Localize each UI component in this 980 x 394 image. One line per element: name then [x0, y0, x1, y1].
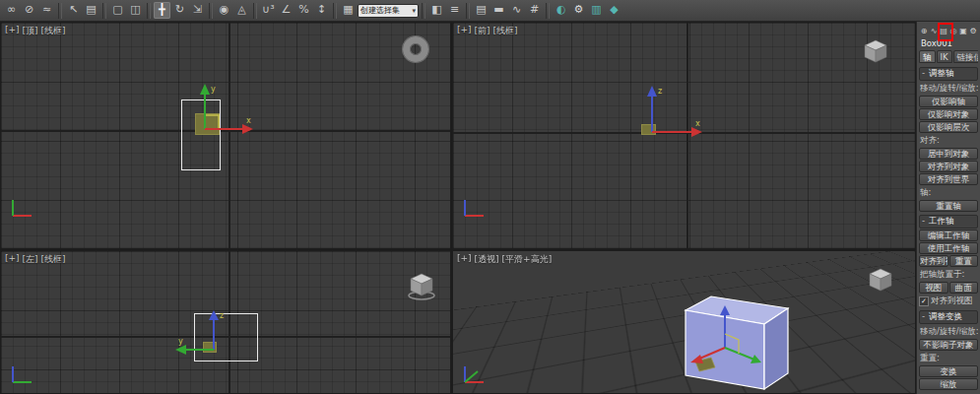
- viewport-name-button[interactable]: [透视]: [475, 253, 499, 266]
- subtab-link-info[interactable]: 链接信息: [953, 50, 978, 63]
- dont-affect-children-button[interactable]: 不影响子对象: [919, 339, 978, 351]
- move-gizmo[interactable]: z y: [170, 308, 259, 360]
- viewport-name-button[interactable]: [前]: [475, 25, 490, 37]
- angle-snap-icon[interactable]: ∠: [278, 2, 294, 19]
- material-editor-icon[interactable]: ◐: [553, 2, 569, 19]
- affect-hierarchy-only-button[interactable]: 仅影响层次: [919, 121, 978, 133]
- tab-utilities-icon[interactable]: ⚙: [968, 26, 978, 37]
- reset-pivot-button[interactable]: 重置轴: [919, 200, 978, 212]
- unlink-selection-icon[interactable]: ⊘: [21, 2, 37, 19]
- hierarchy-subtabs: 轴 IK 链接信息: [919, 50, 978, 64]
- mirror-icon[interactable]: ◧: [428, 2, 445, 19]
- viewport-top[interactable]: [+] [顶] [线框] y x: [0, 22, 451, 249]
- toolbar-separator: [333, 3, 337, 19]
- viewport-label: [+] [左] [线框]: [5, 253, 66, 266]
- viewport-perspective[interactable]: [+] [透视] [平滑+高光]: [452, 250, 916, 394]
- viewport-label: [+] [前] [线框]: [457, 25, 518, 37]
- collapse-icon: -: [922, 311, 929, 322]
- align-icon[interactable]: ≡: [446, 2, 463, 19]
- rollout-adjust-pivot[interactable]: -调整轴: [919, 67, 978, 81]
- align-to-object-button[interactable]: 对齐到对象: [919, 161, 978, 172]
- graphite-modeling-icon[interactable]: ▬: [490, 2, 507, 19]
- align-to-world-button[interactable]: 对齐到世界: [919, 173, 978, 185]
- viewport-shading-button[interactable]: [线框]: [41, 253, 66, 266]
- rectangular-selection-region-icon[interactable]: ▢: [109, 2, 126, 19]
- gizmo-axis-label-z: z: [658, 87, 662, 96]
- edit-named-selection-sets-icon[interactable]: ▦: [340, 2, 357, 19]
- reset-scale-button[interactable]: 缩放: [919, 378, 978, 390]
- viewport-label: [+] [顶] [线框]: [5, 25, 66, 37]
- affect-pivot-only-button[interactable]: 仅影响轴: [919, 96, 978, 107]
- viewport-shading-button[interactable]: [线框]: [493, 25, 518, 37]
- reset-working-pivot-button[interactable]: 重置: [949, 255, 979, 267]
- perspective-scene: [453, 251, 916, 394]
- select-and-link-icon[interactable]: ∞: [3, 2, 20, 19]
- viewport-label: [+] [透视] [平滑+高光]: [457, 253, 552, 266]
- rollout-adjust-transform[interactable]: -调整变换: [919, 310, 978, 324]
- affect-object-only-button[interactable]: 仅影响对象: [919, 108, 978, 120]
- use-working-pivot-button[interactable]: 使用工作轴: [919, 242, 978, 254]
- world-axis-tripod: [6, 197, 37, 223]
- move-gizmo[interactable]: z x: [619, 84, 713, 141]
- rollout-title: 调整轴: [929, 68, 954, 78]
- spinner-snap-icon[interactable]: ↕: [313, 2, 330, 19]
- curve-editor-icon[interactable]: ∿: [508, 2, 525, 19]
- percent-snap-icon[interactable]: %: [295, 2, 312, 19]
- tab-create-icon[interactable]: ⊕: [919, 26, 929, 37]
- collapse-icon: -: [922, 68, 929, 79]
- viewcube[interactable]: [867, 267, 894, 295]
- tab-display-icon[interactable]: ▣: [958, 26, 968, 37]
- select-and-move-icon[interactable]: ╋: [154, 2, 170, 19]
- window-crossing-icon[interactable]: ◫: [127, 2, 144, 19]
- box-object-perspective[interactable]: [686, 296, 788, 389]
- world-axis-tripod: [458, 197, 490, 223]
- rendered-frame-window-icon[interactable]: ▥: [588, 2, 605, 19]
- viewport-front[interactable]: [+] [前] [线框] z x: [452, 22, 916, 249]
- reset-transform-button[interactable]: 变换: [919, 365, 978, 377]
- select-and-scale-icon[interactable]: ⇲: [189, 2, 206, 19]
- viewcube[interactable]: [407, 271, 436, 302]
- subtab-pivot[interactable]: 轴: [919, 50, 936, 63]
- rollout-working-pivot[interactable]: -工作轴: [919, 215, 978, 229]
- select-object-icon[interactable]: ↖: [65, 2, 82, 19]
- select-by-name-icon[interactable]: ▤: [83, 2, 99, 19]
- pivot-label: 轴:: [920, 187, 978, 199]
- place-pivot-to-label: 把轴放置于:: [920, 269, 978, 281]
- render-setup-icon[interactable]: ⚙: [570, 2, 587, 19]
- viewcube[interactable]: [862, 38, 889, 66]
- toolbar-separator: [102, 3, 106, 19]
- select-and-manipulate-icon[interactable]: ◬: [233, 2, 250, 19]
- viewport-shading-button[interactable]: [线框]: [41, 25, 66, 37]
- align-to-view-checkbox[interactable]: ✓ 对齐到视图: [919, 296, 978, 307]
- world-axis-tripod: [458, 363, 490, 389]
- viewport-menu-button[interactable]: [+]: [457, 253, 472, 266]
- viewport-name-button[interactable]: [顶]: [23, 25, 38, 37]
- snaps-toggle-icon[interactable]: ∪³: [260, 2, 277, 19]
- render-production-icon[interactable]: ◆: [606, 2, 622, 19]
- gizmo-axis-label-x: x: [246, 116, 251, 125]
- viewport-name-button[interactable]: [左]: [23, 253, 38, 266]
- reset-label: 重置:: [920, 353, 978, 364]
- viewport-menu-button[interactable]: [+]: [5, 25, 20, 37]
- center-to-object-button[interactable]: 居中到对象: [919, 148, 978, 160]
- align-to-view-button[interactable]: 对齐到视图: [919, 255, 948, 267]
- main-toolbar: ∞ ⊘ ≈ ↖ ▤ ▢ ◫ ╋ ↻ ⇲ ◉ ◬ ∪³ ∠ % ↕ ▦ 创建选择集…: [0, 0, 980, 22]
- viewcube[interactable]: [403, 36, 428, 62]
- viewport-menu-button[interactable]: [+]: [5, 253, 20, 266]
- layer-manager-icon[interactable]: ▤: [473, 2, 490, 19]
- use-pivot-point-icon[interactable]: ◉: [216, 2, 232, 19]
- edit-working-pivot-button[interactable]: 编辑工作轴: [919, 230, 978, 241]
- named-selection-set-combo[interactable]: 创建选择集 ▾: [358, 4, 419, 18]
- move-gizmo[interactable]: y x: [160, 80, 258, 141]
- bind-to-space-warp-icon[interactable]: ≈: [38, 2, 55, 19]
- schematic-view-icon[interactable]: #: [526, 2, 543, 19]
- subtab-ik[interactable]: IK: [937, 50, 952, 63]
- viewport-left[interactable]: [+] [左] [线框] z y: [0, 250, 451, 394]
- viewport-menu-button[interactable]: [+]: [457, 25, 472, 37]
- select-and-rotate-icon[interactable]: ↻: [171, 2, 188, 19]
- place-pivot-view-button[interactable]: 视图: [919, 282, 948, 294]
- viewport-shading-button[interactable]: [平滑+高光]: [502, 253, 553, 266]
- toolbar-separator: [253, 3, 257, 19]
- place-pivot-surface-button[interactable]: 曲面: [949, 282, 979, 294]
- gizmo-axis-label-y: y: [178, 337, 183, 346]
